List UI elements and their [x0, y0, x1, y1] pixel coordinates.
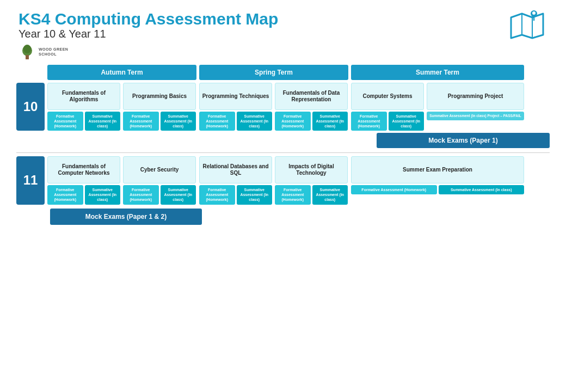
term-header: Autumn Term: [47, 65, 196, 80]
hw-box: Formative Assessment (Homework): [199, 185, 235, 204]
unit-assess-row: Formative Assessment (Homework)Summative…: [275, 185, 348, 204]
svg-point-7: [532, 11, 536, 15]
main-title: KS4 Computing Assessment Map: [19, 10, 278, 28]
ic-box: Summative Assessment (In class): [312, 185, 348, 204]
tree-icon: [19, 43, 36, 60]
unit-card: Programming TechniquesFormative Assessme…: [199, 83, 272, 131]
unit-card: Relational Databases and SQLFormative As…: [199, 156, 272, 204]
unit-title: Computer Systems: [351, 83, 424, 110]
map-icon-wrapper: [507, 10, 547, 44]
unit-card: Cyber SecurityFormative Assessment (Home…: [123, 156, 196, 204]
school-logo: WOOD GREENSCHOOL: [19, 43, 278, 60]
hw-box: Formative Assessment (Homework): [275, 112, 311, 131]
ic-box: Summative Assessment (In class): [389, 112, 424, 131]
yr11-autumn-units: Fundamentals of Computer NetworksFormati…: [47, 156, 196, 204]
unit-assess-row: Formative Assessment (Homework)Summative…: [351, 112, 424, 131]
unit-title: Relational Databases and SQL: [199, 156, 272, 183]
term-headers-row: Autumn TermSpring TermSummer Term: [47, 65, 550, 83]
unit-title: Programming Project: [427, 83, 524, 110]
yr11-label: 11: [16, 156, 45, 204]
unit-assess-row: Formative Assessment (Homework)Summative…: [123, 112, 196, 131]
unit-card: Fundamentals of Data RepresentationForma…: [275, 83, 348, 131]
exam-prep-title: Summer Exam Preparation: [351, 156, 524, 183]
yr11-mock-row: Mock Exams (Paper 1 & 2): [47, 209, 550, 225]
exam-prep-hw: Formative Assessment (Homework): [351, 185, 437, 194]
unit-title: Programming Techniques: [199, 83, 272, 110]
ic-box: Summative Assessment (In class): [161, 185, 196, 204]
yr10-spring-units: Programming TechniquesFormative Assessme…: [199, 83, 348, 131]
unit-title: Fundamentals of Computer Networks: [47, 156, 120, 183]
yr11-summer-unit: Summer Exam PreparationFormative Assessm…: [351, 156, 524, 194]
unit-assess-row: Formative Assessment (Homework)Summative…: [123, 185, 196, 204]
unit-card: Programming ProjectSummative Assessment …: [427, 83, 524, 131]
ic-box: Summative Assessment (In class): [237, 185, 273, 204]
ic-box: Summative Assessment (In class): [85, 112, 121, 131]
map-icon: [507, 10, 547, 41]
unit-card: Impacts of Digital TechnologyFormative A…: [275, 156, 348, 204]
unit-title: Cyber Security: [123, 156, 196, 183]
unit-card: Programming BasicsFormative Assessment (…: [123, 83, 196, 131]
hw-box: Formative Assessment (Homework): [47, 185, 83, 204]
school-name: WOOD GREENSCHOOL: [39, 47, 68, 57]
ic-box: Summative Assessment (In class): [85, 185, 121, 204]
unit-title: Programming Basics: [123, 83, 196, 110]
unit-assess-row: Formative Assessment (Homework)Summative…: [275, 112, 348, 131]
term-header: Spring Term: [199, 65, 348, 80]
yr10-summer-units: Computer SystemsFormative Assessment (Ho…: [351, 83, 524, 131]
sub-title: Year 10 & Year 11: [19, 28, 278, 40]
yr10-row: 10Fundamentals of AlgorithmsFormative As…: [16, 83, 550, 131]
unit-assess-row: Formative Assessment (Homework)Summative…: [47, 112, 120, 131]
unit-assess-row: Formative Assessment (Homework)Summative…: [199, 185, 272, 204]
unit-title: Fundamentals of Algorithms: [47, 83, 120, 110]
ic-box: Summative Assessment (In class): [237, 112, 273, 131]
svg-point-2: [23, 45, 31, 53]
yr10-autumn-units: Fundamentals of AlgorithmsFormative Asse…: [47, 83, 196, 131]
yr10-mock-row: Mock Exams (Paper 1): [16, 133, 550, 148]
exam-prep-assess: Formative Assessment (Homework)Summative…: [351, 185, 524, 194]
unit-title: Impacts of Digital Technology: [275, 156, 348, 183]
header: KS4 Computing Assessment MapYear 10 & Ye…: [13, 10, 553, 60]
page: KS4 Computing Assessment MapYear 10 & Ye…: [0, 0, 566, 392]
svg-rect-1: [26, 55, 29, 59]
unit-title: Fundamentals of Data Representation: [275, 83, 348, 110]
unit-assess-row: Formative Assessment (Homework)Summative…: [47, 185, 120, 204]
ic-box: Summative Assessment (In class): [161, 112, 196, 131]
term-header: Summer Term: [351, 65, 524, 80]
hw-box: Formative Assessment (Homework): [47, 112, 83, 131]
proj-box: Summative Assessment (In class) Project …: [427, 112, 524, 120]
unit-card: Computer SystemsFormative Assessment (Ho…: [351, 83, 424, 131]
unit-card: Fundamentals of AlgorithmsFormative Asse…: [47, 83, 120, 131]
ic-box: Summative Assessment (In class): [312, 112, 348, 131]
unit-assess-row: Summative Assessment (In class) Project …: [427, 112, 524, 120]
hw-box: Formative Assessment (Homework): [123, 112, 159, 131]
title-block: KS4 Computing Assessment MapYear 10 & Ye…: [19, 10, 278, 60]
yr11-spring-units: Relational Databases and SQLFormative As…: [199, 156, 348, 204]
hw-box: Formative Assessment (Homework): [199, 112, 235, 131]
hw-box: Formative Assessment (Homework): [123, 185, 159, 204]
yr11-mock-banner: Mock Exams (Paper 1 & 2): [50, 209, 202, 225]
divider: [16, 152, 550, 153]
yr10-mock-banner: Mock Exams (Paper 1): [377, 133, 550, 148]
grid-container: Autumn TermSpring TermSummer Term10Funda…: [13, 65, 553, 225]
unit-assess-row: Formative Assessment (Homework)Summative…: [199, 112, 272, 131]
yr11-row: 11Fundamentals of Computer NetworksForma…: [16, 156, 550, 204]
yr10-label: 10: [16, 83, 45, 131]
hw-box: Formative Assessment (Homework): [351, 112, 387, 131]
unit-card: Fundamentals of Computer NetworksFormati…: [47, 156, 120, 204]
hw-box: Formative Assessment (Homework): [275, 185, 311, 204]
exam-prep-ic: Summative Assessment (In class): [439, 185, 525, 194]
